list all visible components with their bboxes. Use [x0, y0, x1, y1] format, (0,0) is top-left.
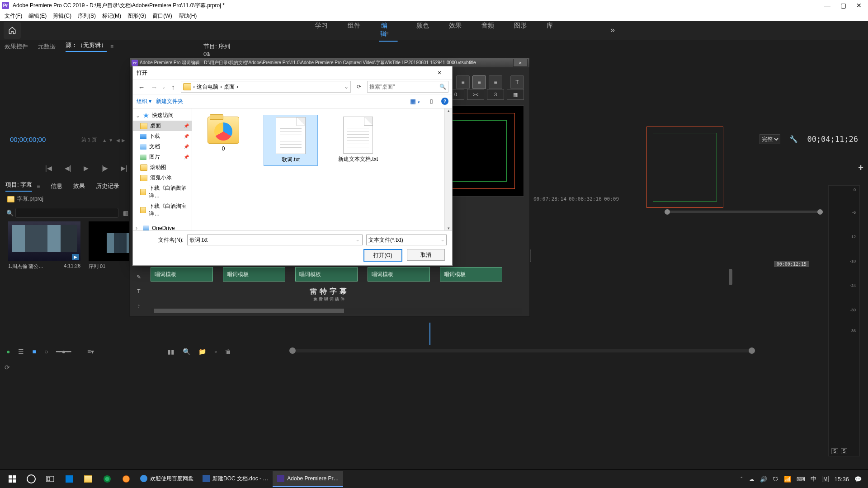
grid-button[interactable]: ▦ — [507, 89, 524, 100]
find-button[interactable]: 🔍 — [183, 348, 190, 355]
workspace-tab-editing[interactable]: 编辑 ≡ — [379, 19, 398, 42]
tree-quick-access[interactable]: ⌄ 快速访问 — [133, 110, 192, 121]
record-icon[interactable]: ● — [6, 348, 10, 355]
vistitle-vscroll-thumb[interactable] — [729, 269, 732, 285]
file-item[interactable]: 新建文本文档.txt — [331, 115, 385, 166]
program-zoom-scrollbar[interactable] — [665, 211, 823, 213]
tab-info[interactable]: 信息 — [51, 182, 62, 190]
align-left-button[interactable]: ≡ — [456, 75, 470, 89]
sync-icon[interactable]: ⟳ — [5, 364, 10, 371]
dialog-search-input[interactable]: 搜索"桌面" 🔍 — [367, 81, 448, 93]
tree-pictures[interactable]: 图片📌 — [133, 152, 192, 162]
program-tab[interactable]: 节目: 序列 01 ≡ — [203, 42, 239, 57]
filename-input[interactable]: 歌词.txt ⌄ — [187, 235, 363, 245]
dialog-titlebar[interactable]: 打开 × — [133, 66, 452, 79]
view-mode-button[interactable]: ▦ ▾ — [410, 98, 420, 105]
minimize-button[interactable]: — — [824, 2, 830, 9]
solo-right[interactable]: S — [841, 448, 848, 454]
preview-pane-button[interactable]: ▯ — [430, 98, 433, 104]
open-button[interactable]: 打开(O) — [363, 249, 402, 262]
zoom-slider[interactable]: ━━●━━ — [56, 348, 70, 355]
workspace-active-menu-icon[interactable]: ≡ — [384, 28, 389, 40]
breadcrumb-bar[interactable]: › 这台电脑 › 桌面 › ⌄ — [181, 81, 351, 93]
nav-back-button[interactable]: ← — [137, 83, 146, 91]
sort-menu-icon[interactable]: ≡▾ — [87, 348, 94, 355]
delete-button[interactable]: 🗑 — [225, 348, 231, 355]
program-add-button[interactable]: + — [858, 163, 863, 173]
tree-folder[interactable]: 酒鬼小冰 — [133, 173, 192, 183]
timeline-zoom-left[interactable] — [289, 347, 296, 354]
step-back-button[interactable]: ◀| — [65, 164, 71, 172]
task-view-button[interactable] — [41, 471, 60, 487]
cortana-button[interactable] — [22, 471, 41, 487]
vistitle-hscrollbar[interactable] — [151, 308, 522, 314]
workspace-tab-learn[interactable]: 学习 — [314, 19, 329, 42]
breadcrumb-caret[interactable]: › — [220, 84, 222, 90]
tool-text[interactable]: T — [133, 286, 144, 297]
timeline-zoom-right[interactable] — [749, 347, 755, 354]
refresh-button[interactable]: ⟳ — [354, 84, 364, 90]
project-panel-menu-icon[interactable]: ≡ — [37, 183, 40, 189]
breadcrumb-caret[interactable]: › — [193, 84, 195, 90]
tree-onedrive[interactable]: ›OneDrive — [133, 224, 192, 230]
tray-ime-lang[interactable]: 中 — [811, 475, 816, 483]
home-button[interactable] — [4, 22, 21, 39]
source-page-arrows[interactable]: ▲▼ ◀▶ — [101, 137, 126, 143]
notification-center[interactable]: 💬 — [854, 476, 862, 483]
workspace-tab-audio[interactable]: 音频 — [481, 19, 495, 42]
menu-clip[interactable]: 剪辑(C) — [51, 11, 73, 21]
nav-history-caret[interactable]: ⌄ — [162, 84, 165, 89]
tray-security[interactable]: 🛡 — [773, 476, 778, 483]
menu-edit[interactable]: 编辑(E) — [27, 11, 48, 21]
dialog-vscrollbar[interactable]: ▴ ▾ — [444, 108, 452, 230]
subtitle-clip[interactable]: 唱词模板 — [368, 267, 430, 282]
menu-help[interactable]: 帮助(H) — [177, 11, 199, 21]
source-timecode[interactable]: 00;00;00;00 — [10, 136, 46, 143]
new-bin-icon[interactable]: ▥ — [123, 210, 128, 216]
subtitle-clip[interactable]: 唱词模板 — [223, 267, 285, 282]
workspace-tab-libraries[interactable]: 库 — [546, 19, 554, 42]
menu-window[interactable]: 窗口(W) — [151, 11, 174, 21]
program-panel-menu-icon[interactable]: ≡ — [207, 51, 210, 57]
workspace-tab-effects[interactable]: 效果 — [448, 19, 462, 42]
tree-downloads[interactable]: 下载📌 — [133, 131, 192, 141]
file-item-folder[interactable]: 0 — [197, 115, 250, 166]
tray-wifi[interactable]: 📶 — [784, 476, 791, 483]
tray-overflow[interactable]: ˄ — [740, 476, 743, 483]
vistitle-close-button[interactable]: × — [513, 59, 528, 67]
settings-wrench-icon[interactable]: 🔧 — [789, 135, 798, 143]
breadcrumb-dropdown[interactable]: ⌄ — [344, 84, 349, 90]
taskbar-app-premiere[interactable]: Adobe Premiere Pr… — [273, 471, 343, 487]
media-item[interactable]: ▶ 1.周杰倫 蒲公… 4:11:26 — [8, 221, 80, 270]
play-button[interactable]: ▶ — [84, 164, 89, 172]
new-folder-button[interactable]: 新建文件夹 — [156, 98, 183, 105]
menu-file[interactable]: 文件(F) — [3, 11, 24, 21]
media-thumbnail[interactable]: ▶ — [8, 221, 80, 261]
new-item-button[interactable]: ▫ — [214, 348, 217, 355]
tab-history[interactable]: 历史记录 — [96, 182, 119, 190]
step-fwd-button[interactable]: |▶ — [101, 164, 108, 172]
tree-desktop[interactable]: 桌面📌 — [133, 121, 192, 131]
menu-graphics[interactable]: 图形(G) — [126, 11, 148, 21]
vistitle-hscroll-thumb[interactable] — [154, 309, 344, 313]
tab-effects-panel[interactable]: 效果 — [73, 182, 85, 190]
tray-onedrive[interactable]: ☁ — [749, 476, 755, 483]
icon-view-button[interactable]: ■ — [32, 348, 36, 355]
tab-project[interactable]: 项目: 字幕 — [5, 181, 32, 192]
goto-out-button[interactable]: ▶| — [121, 164, 127, 172]
tray-volume[interactable]: 🔊 — [760, 476, 767, 483]
cancel-button[interactable]: 取消 — [407, 249, 445, 261]
tree-folder[interactable]: 下载《白酒淘宝详… — [133, 201, 192, 219]
tray-ime-keyboard[interactable]: ⌨ — [797, 476, 805, 483]
filetype-dropdown[interactable]: 文本文件(*.txt) ⌄ — [366, 235, 447, 245]
solo-left[interactable]: S — [831, 448, 838, 454]
zoom-thumb-left[interactable] — [665, 209, 670, 215]
breadcrumb-caret[interactable]: › — [236, 84, 238, 90]
nav-up-button[interactable]: ↑ — [168, 83, 178, 91]
taskbar-app-word[interactable]: 新建DOC 文档.doc - … — [198, 471, 273, 487]
automate-button[interactable]: ▮▮ — [167, 348, 175, 355]
menu-markers[interactable]: 标记(M) — [100, 11, 123, 21]
organize-menu[interactable]: 组织 ▾ — [137, 98, 151, 105]
workspace-tab-assembly[interactable]: 组件 — [347, 19, 361, 42]
breadcrumb-segment[interactable]: 这台电脑 — [197, 83, 218, 91]
